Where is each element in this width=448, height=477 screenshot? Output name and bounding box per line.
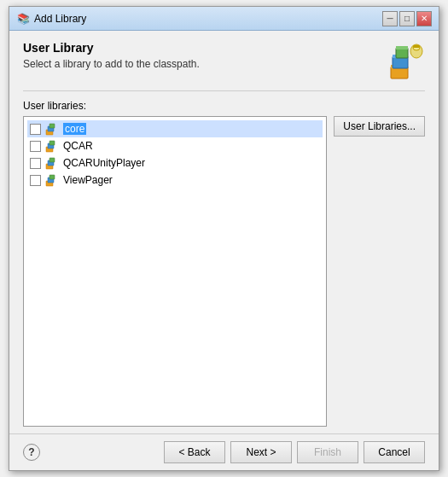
svg-rect-14: [49, 141, 55, 145]
maximize-button[interactable]: □: [399, 11, 415, 26]
header-icon: [384, 41, 425, 82]
library-name-qcar: QCAR: [63, 140, 93, 152]
libraries-label: User libraries:: [23, 100, 425, 112]
list-item[interactable]: ViewPager: [27, 172, 323, 189]
dialog-content: User Library Select a library to add to …: [9, 31, 439, 433]
library-name-core: core: [63, 123, 86, 135]
svg-rect-11: [49, 124, 55, 128]
library-checkbox-viewpager[interactable]: [30, 175, 41, 186]
library-checkbox-core[interactable]: [30, 124, 41, 135]
svg-rect-8: [413, 45, 420, 48]
help-button[interactable]: ?: [23, 444, 40, 461]
title-bar: 📚 Add Library ─ □ ✕: [9, 7, 439, 31]
minimize-button[interactable]: ─: [382, 11, 398, 26]
header-title: User Library: [23, 41, 384, 55]
finish-button[interactable]: Finish: [297, 441, 358, 463]
list-item[interactable]: core: [27, 120, 323, 137]
svg-rect-17: [49, 158, 55, 162]
list-item[interactable]: QCARUnityPlayer: [27, 154, 323, 172]
libraries-area: core QCAR: [23, 116, 425, 427]
library-icon-qcarunityplayer: [45, 156, 59, 170]
svg-rect-5: [396, 46, 408, 49]
user-libraries-button[interactable]: User Libraries...: [334, 116, 425, 137]
library-name-viewpager: ViewPager: [63, 174, 113, 186]
libraries-list[interactable]: core QCAR: [23, 116, 327, 427]
close-button[interactable]: ✕: [416, 11, 432, 26]
next-button[interactable]: Next >: [230, 441, 292, 463]
title-controls: ─ □ ✕: [382, 11, 432, 26]
svg-rect-20: [49, 175, 55, 179]
library-name-qcarunityplayer: QCARUnityPlayer: [63, 157, 145, 169]
library-icon-qcar: [45, 139, 59, 153]
library-checkbox-qcar[interactable]: [30, 141, 41, 152]
cancel-button[interactable]: Cancel: [364, 441, 425, 463]
library-icon-viewpager: [45, 173, 59, 187]
header-text: User Library Select a library to add to …: [23, 41, 384, 70]
header-subtitle: Select a library to add to the classpath…: [23, 58, 384, 70]
window-title: Add Library: [34, 13, 86, 25]
dialog-footer: ? < Back Next > Finish Cancel: [9, 433, 439, 470]
header-section: User Library Select a library to add to …: [23, 41, 425, 91]
library-icon-core: [45, 122, 59, 136]
footer-left: ?: [23, 444, 40, 461]
library-checkbox-qcarunityplayer[interactable]: [30, 158, 41, 169]
back-button[interactable]: < Back: [164, 441, 225, 463]
side-buttons: User Libraries...: [334, 116, 425, 427]
list-item[interactable]: QCAR: [27, 137, 323, 154]
footer-buttons: < Back Next > Finish Cancel: [164, 441, 425, 463]
add-library-dialog: 📚 Add Library ─ □ ✕ User Library Select …: [9, 6, 439, 471]
title-bar-left: 📚 Add Library: [16, 12, 86, 26]
window-icon: 📚: [16, 12, 30, 26]
